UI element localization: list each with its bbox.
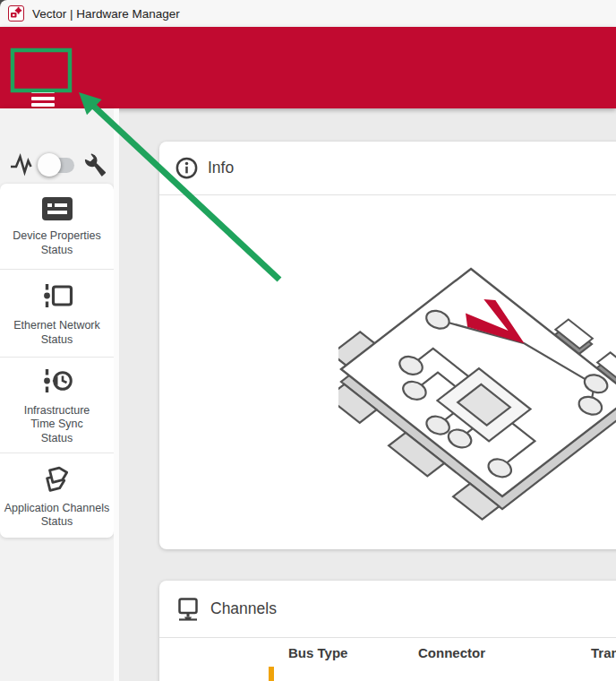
info-card-title: Info bbox=[208, 159, 234, 177]
channels-card-title: Channels bbox=[210, 599, 277, 618]
vector-app-icon bbox=[8, 5, 24, 22]
sidebar-item-label: Device Properties bbox=[13, 229, 101, 244]
hamburger-icon bbox=[31, 90, 55, 93]
device-properties-icon bbox=[40, 195, 74, 222]
channel-row-status-bar bbox=[269, 667, 274, 681]
window-title: Vector | Hardware Manager bbox=[32, 7, 180, 21]
trace-toggle-knob[interactable] bbox=[38, 153, 61, 177]
sidebar: Device Properties Status Ethernet Networ… bbox=[0, 108, 114, 681]
title-bar: Vector | Hardware Manager bbox=[0, 0, 616, 27]
hamburger-menu-button[interactable] bbox=[31, 90, 55, 108]
app-header-bar bbox=[0, 27, 616, 108]
sidebar-scrollbar[interactable] bbox=[114, 108, 119, 681]
info-icon bbox=[175, 157, 198, 179]
sidebar-item-ethernet-network-status[interactable]: Ethernet Network Status bbox=[0, 269, 114, 357]
sidebar-item-application-channels-status[interactable]: Application Channels Status bbox=[0, 453, 114, 538]
vector-interface-board-illustration bbox=[338, 247, 616, 534]
wrench-icon[interactable] bbox=[82, 152, 107, 177]
channels-card: Channels Bus Type Connector Transceiver bbox=[159, 581, 616, 681]
sidebar-nav-panel: Device Properties Status Ethernet Networ… bbox=[0, 184, 114, 538]
signal-trace-icon bbox=[10, 151, 33, 177]
column-header-transceiver: Transceiver bbox=[591, 645, 616, 660]
info-card-header: Info bbox=[159, 142, 616, 195]
sidebar-item-infrastructure-time-sync-status[interactable]: Infrastructure Time Sync Status bbox=[0, 357, 114, 453]
channels-card-header: Channels bbox=[159, 581, 616, 638]
column-header-connector: Connector bbox=[418, 645, 485, 660]
application-channels-icon bbox=[40, 462, 74, 495]
channels-icon bbox=[175, 597, 201, 622]
sidebar-item-device-properties-status[interactable]: Device Properties Status bbox=[0, 184, 114, 269]
column-header-bus-type: Bus Type bbox=[288, 645, 347, 660]
trace-toggle-row bbox=[0, 130, 114, 180]
ethernet-network-icon bbox=[41, 280, 73, 312]
info-card: Info bbox=[159, 142, 616, 549]
time-sync-icon bbox=[41, 365, 73, 397]
